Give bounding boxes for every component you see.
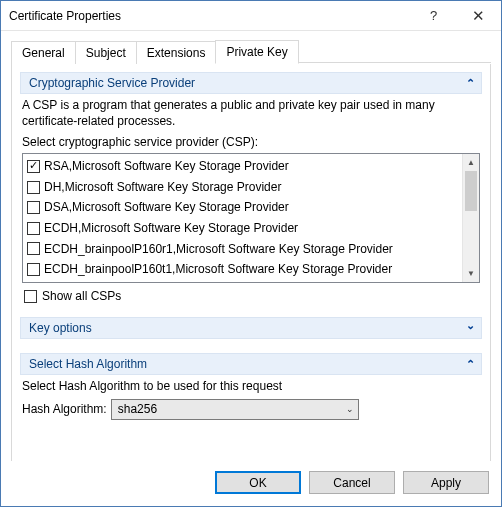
csp-list-item[interactable]: ECDH_brainpoolP160t1,Microsoft Software … xyxy=(25,259,460,280)
csp-item-checkbox[interactable] xyxy=(27,222,40,235)
section-hash-header[interactable]: Select Hash Algorithm ⌃ xyxy=(20,353,482,375)
csp-item-checkbox[interactable] xyxy=(27,263,40,276)
show-all-csps-checkbox[interactable] xyxy=(24,290,37,303)
csp-list-item[interactable]: RSA,Microsoft Software Key Storage Provi… xyxy=(25,156,460,177)
dialog-buttons: OK Cancel Apply xyxy=(1,461,501,506)
chevron-down-icon: ⌄ xyxy=(466,320,475,331)
hash-algorithm-select[interactable]: sha256 ⌄ xyxy=(111,399,359,420)
csp-list-items: RSA,Microsoft Software Key Storage Provi… xyxy=(23,154,462,282)
chevron-up-icon: ⌃ xyxy=(466,78,475,89)
tab-subject[interactable]: Subject xyxy=(75,41,137,64)
section-csp-body: A CSP is a program that generates a publ… xyxy=(20,94,482,309)
section-key-options-header[interactable]: Key options ⌄ xyxy=(20,317,482,339)
csp-item-label: DSA,Microsoft Software Key Storage Provi… xyxy=(44,198,289,217)
csp-list-item[interactable]: ECDH,Microsoft Software Key Storage Prov… xyxy=(25,218,460,239)
csp-item-checkbox[interactable] xyxy=(27,181,40,194)
section-csp-header[interactable]: Cryptographic Service Provider ⌃ xyxy=(20,72,482,94)
csp-item-label: RSA,Microsoft Software Key Storage Provi… xyxy=(44,157,289,176)
csp-list-item[interactable]: ECDH_brainpoolP160r1,Microsoft Software … xyxy=(25,239,460,260)
tab-general[interactable]: General xyxy=(11,41,76,64)
close-button[interactable]: ✕ xyxy=(456,1,501,30)
csp-item-checkbox[interactable] xyxy=(27,201,40,214)
chevron-up-icon: ⌃ xyxy=(466,359,475,370)
hash-algorithm-row: Hash Algorithm: sha256 ⌄ xyxy=(22,399,480,420)
hash-algorithm-label: Hash Algorithm: xyxy=(22,402,107,416)
show-all-csps-row: Show all CSPs xyxy=(24,289,480,303)
section-hash-body: Select Hash Algorithm to be used for thi… xyxy=(20,375,482,424)
scroll-up-icon[interactable]: ▲ xyxy=(463,154,479,171)
ok-button[interactable]: OK xyxy=(215,471,301,494)
csp-item-label: ECDH_brainpoolP160t1,Microsoft Software … xyxy=(44,260,392,279)
csp-item-label: DH,Microsoft Software Key Storage Provid… xyxy=(44,178,281,197)
show-all-csps-label: Show all CSPs xyxy=(42,289,121,303)
csp-select-label: Select cryptographic service provider (C… xyxy=(22,135,480,149)
dialog-window: Certificate Properties ? ✕ General Subje… xyxy=(0,0,502,507)
csp-list: RSA,Microsoft Software Key Storage Provi… xyxy=(22,153,480,283)
titlebar: Certificate Properties ? ✕ xyxy=(1,1,501,31)
csp-item-label: ECDH,Microsoft Software Key Storage Prov… xyxy=(44,219,298,238)
csp-list-scrollbar[interactable]: ▲ ▼ xyxy=(462,154,479,282)
tab-extensions[interactable]: Extensions xyxy=(136,41,217,64)
help-button[interactable]: ? xyxy=(411,1,456,30)
csp-description: A CSP is a program that generates a publ… xyxy=(22,98,480,129)
section-key-options-title: Key options xyxy=(29,321,92,335)
csp-item-checkbox[interactable] xyxy=(27,160,40,173)
cancel-button[interactable]: Cancel xyxy=(309,471,395,494)
chevron-down-icon: ⌄ xyxy=(346,404,354,414)
section-hash-title: Select Hash Algorithm xyxy=(29,357,147,371)
scroll-track[interactable] xyxy=(463,171,479,265)
window-title: Certificate Properties xyxy=(9,9,121,23)
csp-list-item[interactable]: DH,Microsoft Software Key Storage Provid… xyxy=(25,177,460,198)
window-controls: ? ✕ xyxy=(411,1,501,30)
hash-algorithm-value: sha256 xyxy=(118,402,157,416)
scroll-thumb[interactable] xyxy=(465,171,477,211)
tab-strip: General Subject Extensions Private Key xyxy=(11,39,491,63)
section-csp-title: Cryptographic Service Provider xyxy=(29,76,195,90)
scroll-down-icon[interactable]: ▼ xyxy=(463,265,479,282)
content-area: General Subject Extensions Private Key C… xyxy=(1,31,501,461)
tab-panel-private-key: Cryptographic Service Provider ⌃ A CSP i… xyxy=(11,64,491,461)
hash-description: Select Hash Algorithm to be used for thi… xyxy=(22,379,480,395)
apply-button[interactable]: Apply xyxy=(403,471,489,494)
csp-item-checkbox[interactable] xyxy=(27,242,40,255)
csp-list-item[interactable]: DSA,Microsoft Software Key Storage Provi… xyxy=(25,197,460,218)
csp-item-label: ECDH_brainpoolP160r1,Microsoft Software … xyxy=(44,240,393,259)
tab-private-key[interactable]: Private Key xyxy=(215,40,298,64)
